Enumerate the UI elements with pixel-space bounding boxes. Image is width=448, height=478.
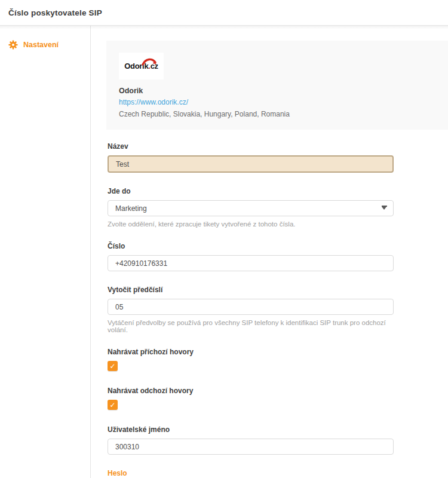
- record-incoming-label: Nahrávat příchozí hovory: [108, 348, 394, 356]
- page-title: Číslo poskytovatele SIP: [8, 8, 102, 17]
- page-header: Číslo poskytovatele SIP: [0, 0, 448, 26]
- dial-prefix-input[interactable]: [108, 299, 394, 315]
- dial-prefix-field-label: Vytočit předčíslí: [108, 286, 394, 294]
- record-outgoing-label: Nahrávat odchozí hovory: [108, 387, 394, 395]
- record-outgoing-checkbox[interactable]: ✓: [108, 400, 118, 410]
- record-incoming-checkbox[interactable]: ✓: [108, 361, 118, 371]
- username-field-group: Uživatelské jméno: [108, 425, 394, 455]
- main-content: Odorik.cz Odorik https://www.odorik.cz/ …: [91, 26, 448, 478]
- check-icon: ✓: [109, 363, 115, 370]
- provider-logo: Odorik.cz: [119, 53, 164, 79]
- dial-prefix-field-group: Vytočit předčíslí Vytáčení předvolby se …: [108, 286, 394, 333]
- password-field-label: Heslo: [108, 469, 394, 477]
- provider-countries: Czech Republic, Slovakia, Hungary, Polan…: [119, 110, 448, 118]
- username-input[interactable]: [108, 439, 394, 455]
- sidebar: Nastavení: [0, 26, 91, 478]
- layout-row: Nastavení Odorik.cz Odorik https://www.o…: [0, 26, 448, 478]
- sidebar-item-label: Nastavení: [23, 41, 59, 49]
- department-select-value[interactable]: [108, 200, 394, 216]
- number-field-group: Číslo: [108, 242, 394, 271]
- provider-url-link[interactable]: https://www.odorik.cz/: [119, 98, 188, 106]
- provider-name: Odorik: [119, 87, 448, 95]
- department-select[interactable]: [108, 200, 394, 216]
- chevron-down-icon: [382, 207, 386, 210]
- sidebar-item-settings[interactable]: Nastavení: [0, 39, 90, 51]
- number-input[interactable]: [108, 255, 394, 271]
- provider-card: Odorik.cz Odorik https://www.odorik.cz/ …: [106, 41, 448, 130]
- dial-prefix-hint: Vytáčení předvolby se používá pro všechn…: [108, 319, 394, 333]
- sip-provider-form: Název Jde do Zvolte oddělení, které zpra…: [108, 142, 394, 478]
- record-incoming-group: Nahrávat příchozí hovory ✓: [108, 348, 394, 371]
- department-field-label: Jde do: [108, 187, 394, 195]
- username-field-label: Uživatelské jméno: [108, 425, 394, 434]
- logo-swoosh-icon: [142, 58, 157, 66]
- name-input[interactable]: [108, 155, 394, 173]
- name-field-group: Název: [108, 142, 394, 173]
- gear-icon: [8, 40, 18, 50]
- name-field-label: Název: [108, 142, 394, 151]
- number-field-label: Číslo: [108, 242, 394, 250]
- password-field-group: Heslo: [108, 469, 394, 478]
- record-outgoing-group: Nahrávat odchozí hovory ✓: [108, 387, 394, 410]
- check-icon: ✓: [109, 402, 115, 409]
- department-field-group: Jde do Zvolte oddělení, které zpracuje t…: [108, 187, 394, 228]
- department-hint: Zvolte oddělení, které zpracuje tikety v…: [108, 220, 394, 228]
